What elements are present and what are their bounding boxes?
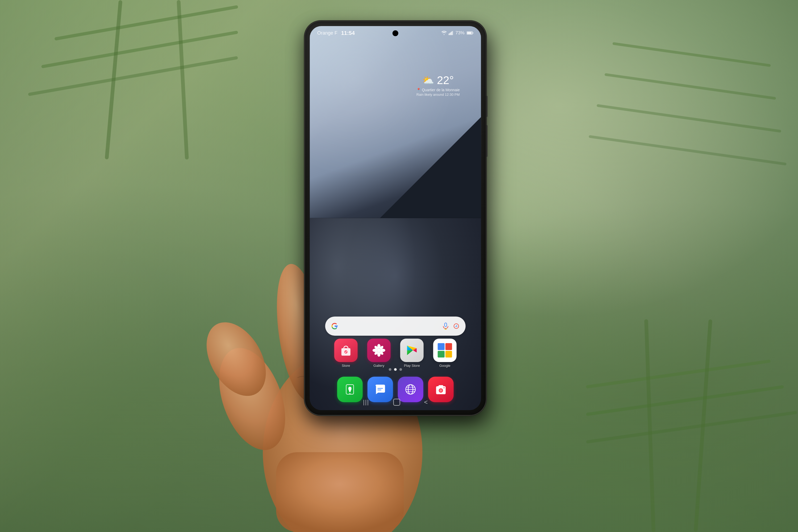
status-right: 73%: [441, 30, 474, 36]
svg-rect-3: [452, 31, 453, 35]
gallery-label: Gallery: [374, 364, 384, 367]
location-pin-icon: 📍: [416, 88, 421, 92]
samsung-store-label: Store: [342, 364, 350, 367]
page-dot-1[interactable]: [388, 368, 391, 371]
play-store-icon[interactable]: [400, 339, 423, 362]
play-store-label: Play Store: [404, 364, 420, 367]
page-dots: [388, 368, 402, 371]
weather-icon-area: ⛅ 22°: [416, 74, 460, 87]
weather-icon: ⛅: [422, 75, 434, 86]
location-text: Quartier de la Monnaie: [422, 88, 460, 92]
samsung-store-app[interactable]: Store: [331, 339, 360, 367]
google-search-bar[interactable]: [325, 317, 466, 336]
signal-icon: [449, 31, 453, 35]
svg-marker-28: [407, 350, 413, 355]
svg-point-39: [443, 387, 444, 388]
play-store-app[interactable]: Play Store: [397, 339, 426, 367]
voice-search-icon[interactable]: [442, 323, 449, 329]
svg-rect-4: [453, 31, 453, 35]
svg-point-13: [455, 325, 456, 326]
phone-screen: Orange F 11:54: [310, 26, 481, 410]
wifi-icon: [441, 31, 447, 35]
page-dot-2[interactable]: [394, 368, 397, 371]
carrier-label: Orange F: [317, 30, 337, 36]
svg-rect-2: [451, 32, 451, 35]
temperature: 22°: [437, 74, 454, 87]
weather-widget[interactable]: ⛅ 22° 📍 Quartier de la Monnaie Rain like…: [416, 74, 460, 97]
google-icon[interactable]: [433, 339, 456, 362]
battery-level: 73%: [455, 30, 464, 36]
home-button[interactable]: [393, 399, 400, 406]
lens-search-icon[interactable]: [453, 323, 460, 329]
samsung-store-icon[interactable]: [334, 339, 358, 362]
google-label: Google: [439, 364, 450, 367]
svg-rect-8: [444, 323, 446, 327]
navigation-bar: ||| <: [310, 394, 481, 410]
google-logo: [331, 322, 338, 330]
status-left: Orange F 11:54: [317, 30, 355, 36]
svg-rect-1: [450, 33, 450, 35]
svg-rect-7: [467, 32, 472, 34]
status-icons: [441, 31, 453, 35]
phone-device: Orange F 11:54: [305, 21, 486, 415]
page-dot-3[interactable]: [399, 368, 402, 371]
gallery-icon[interactable]: [367, 339, 391, 362]
svg-rect-0: [449, 34, 449, 35]
front-camera: [392, 30, 398, 36]
app-grid: Store: [331, 339, 459, 367]
weather-description: Rain likely around 12:30 PM: [416, 93, 460, 97]
gallery-app[interactable]: Gallery: [364, 339, 394, 367]
google-app[interactable]: Google: [430, 339, 459, 367]
volume-button[interactable]: [486, 125, 487, 157]
power-button[interactable]: [486, 96, 487, 117]
svg-rect-6: [472, 33, 473, 34]
battery-icon: [467, 31, 474, 35]
google-grid-icon: [438, 343, 452, 358]
weather-location: 📍 Quartier de la Monnaie: [416, 88, 460, 92]
search-icons: [442, 323, 460, 329]
svg-point-38: [439, 389, 442, 392]
recent-apps-button[interactable]: |||: [363, 399, 369, 406]
wallpaper-top: [310, 26, 481, 218]
clock: 11:54: [341, 30, 355, 36]
back-button[interactable]: <: [424, 398, 428, 406]
